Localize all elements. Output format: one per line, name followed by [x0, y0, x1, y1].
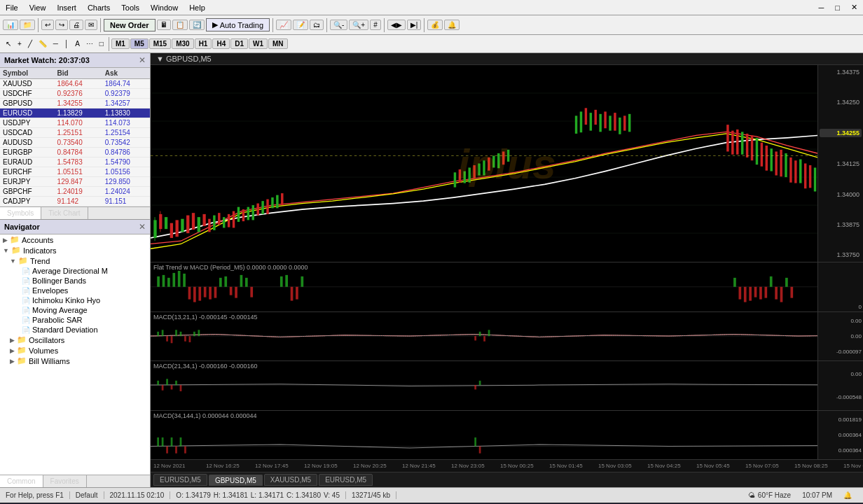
- nav-tab-common[interactable]: Common: [0, 475, 43, 487]
- menu-help[interactable]: Help: [184, 2, 211, 13]
- new-order-btn[interactable]: New Order: [104, 19, 156, 31]
- period-m5[interactable]: M5: [130, 38, 149, 49]
- market-watch-row[interactable]: CADJPY 91.142 91.151: [0, 197, 150, 206]
- menu-tools[interactable]: Tools: [116, 2, 145, 13]
- refresh-btn[interactable]: 🔄: [189, 20, 205, 30]
- chart-tab-2[interactable]: GBPUSD,M5: [209, 475, 263, 486]
- chart-tab-1[interactable]: EURUSD,M5: [153, 474, 207, 486]
- new-chart-btn[interactable]: 📊: [3, 20, 18, 30]
- nav-item-trend[interactable]: ▼📁Trend: [0, 255, 150, 266]
- svg-rect-51: [599, 114, 601, 132]
- nav-item-volumes[interactable]: ▶📁Volumes: [0, 345, 150, 356]
- period-m1[interactable]: M1: [111, 38, 130, 49]
- nav-item-moving-average[interactable]: 📄Moving Average: [0, 305, 150, 315]
- templates-btn[interactable]: 🗂: [310, 20, 324, 30]
- close-btn[interactable]: ✕: [845, 1, 863, 13]
- open-btn[interactable]: 📁: [20, 20, 35, 30]
- price-2: 1.34250: [820, 99, 862, 106]
- tab-symbols[interactable]: Symbols: [0, 207, 41, 219]
- svg-rect-111: [775, 287, 778, 300]
- undo-btn[interactable]: ↩: [41, 20, 54, 30]
- nav-item-bollinger-bands[interactable]: 📄Bollinger Bands: [0, 276, 150, 286]
- market-watch-row[interactable]: EURCHF 1.05151 1.05156: [0, 167, 150, 177]
- chart-tab-4[interactable]: EURUSD,M5: [319, 474, 373, 486]
- chart-end-btn[interactable]: ▶|: [407, 20, 422, 30]
- nav-item-oscillators[interactable]: ▶📁Oscillators: [0, 335, 150, 345]
- nav-tab-favorites[interactable]: Favorites: [43, 475, 87, 487]
- grid-btn[interactable]: #: [370, 20, 381, 30]
- market-watch-row[interactable]: AUDUSD 0.73540 0.73542: [0, 138, 150, 148]
- sub-chart-3-axis: 0.00 -0.000548: [817, 361, 863, 410]
- alerts-btn[interactable]: 🔔: [444, 20, 460, 30]
- svg-rect-144: [166, 379, 168, 385]
- symbol-cell: USDJPY: [0, 118, 55, 128]
- vline-btn[interactable]: │: [62, 38, 71, 49]
- redo-btn[interactable]: ↪: [55, 20, 68, 30]
- svg-rect-26: [247, 207, 249, 220]
- history-btn[interactable]: 📋: [172, 20, 188, 30]
- line-btn[interactable]: ╱: [25, 38, 35, 49]
- menu-view[interactable]: View: [24, 2, 52, 13]
- period-h1[interactable]: H1: [195, 38, 212, 49]
- bid-cell: 0.92376: [55, 89, 102, 99]
- nav-item-ichimoku-kinko-hyo[interactable]: 📄Ichimoku Kinko Hyo: [0, 295, 150, 305]
- nav-item-parabolic-sar[interactable]: 📄Parabolic SAR: [0, 315, 150, 325]
- text-btn[interactable]: A: [72, 38, 83, 49]
- chart-scroll-btn[interactable]: ◀▶: [387, 20, 406, 30]
- market-watch-row[interactable]: EURJPY 129.847 129.850: [0, 177, 150, 187]
- market-watch-close[interactable]: ✕: [139, 55, 146, 65]
- tab-tick-chart[interactable]: Tick Chart: [41, 207, 88, 219]
- nav-item-bill-williams[interactable]: ▶📁Bill Williams: [0, 356, 150, 366]
- svg-rect-39: [478, 164, 480, 176]
- script-btn[interactable]: 📝: [293, 20, 308, 30]
- svg-rect-84: [183, 274, 186, 287]
- navigator-close[interactable]: ✕: [139, 222, 146, 232]
- zoom-in-btn[interactable]: 🔍+: [349, 20, 368, 30]
- nav-item-indicators[interactable]: ▼📁Indicators: [0, 245, 150, 255]
- period-d1[interactable]: D1: [230, 38, 248, 49]
- market-watch-row[interactable]: USDCHF 0.92376 0.92379: [0, 89, 150, 99]
- market-watch-row[interactable]: XAUUSD 1864.64 1864.74: [0, 79, 150, 89]
- hline-btn[interactable]: ─: [50, 38, 61, 49]
- period-m15[interactable]: M15: [149, 38, 171, 49]
- period-mn[interactable]: MN: [268, 38, 288, 49]
- mail-btn[interactable]: ✉: [85, 20, 97, 30]
- svg-rect-112: [780, 287, 783, 302]
- market-watch-row[interactable]: GBPUSD 1.34255 1.34257: [0, 99, 150, 108]
- print-btn[interactable]: 🖨: [69, 20, 83, 30]
- market-watch-row[interactable]: USDCAD 1.25151 1.25154: [0, 128, 150, 138]
- menu-charts[interactable]: Charts: [82, 2, 116, 13]
- minimize-btn[interactable]: ─: [813, 2, 830, 13]
- account-btn[interactable]: 💰: [427, 20, 443, 30]
- market-watch-row[interactable]: EURGBP 0.84784 0.84786: [0, 148, 150, 158]
- market-watch-row[interactable]: EURAUD 1.54783 1.54790: [0, 158, 150, 167]
- fib-btn[interactable]: ⋯: [83, 38, 96, 49]
- menu-insert[interactable]: Insert: [51, 2, 82, 13]
- menu-window[interactable]: Window: [145, 2, 184, 13]
- calc-btn[interactable]: 🖩: [157, 20, 171, 30]
- zoom-out-btn[interactable]: 🔍-: [330, 20, 347, 30]
- autotrading-btn[interactable]: ▶ Auto Trading: [206, 18, 270, 31]
- indicator-btn[interactable]: 📈: [276, 20, 291, 30]
- nav-item-standard-deviation[interactable]: 📄Standard Deviation: [0, 325, 150, 335]
- crosshair-btn[interactable]: +: [15, 38, 25, 49]
- trend-line-btn[interactable]: 📏: [36, 38, 50, 49]
- menu-file[interactable]: File: [0, 2, 24, 13]
- rectangle-btn[interactable]: □: [97, 38, 106, 49]
- nav-item-average-directional-m[interactable]: 📄Average Directional M: [0, 266, 150, 276]
- main-chart-container[interactable]: iplus: [151, 65, 863, 262]
- market-watch-row[interactable]: USDJPY 114.070 114.073: [0, 118, 150, 128]
- period-h4[interactable]: H4: [212, 38, 230, 49]
- market-watch-row[interactable]: GBPCHF 1.24019 1.24024: [0, 187, 150, 197]
- market-watch-header: Market Watch: 20:37:03 ✕: [0, 53, 150, 68]
- market-watch-row[interactable]: EURUSD 1.13829 1.13830: [0, 108, 150, 118]
- nav-item-envelopes[interactable]: 📄Envelopes: [0, 286, 150, 295]
- period-w1[interactable]: W1: [249, 38, 268, 49]
- maximize-btn[interactable]: □: [829, 2, 845, 13]
- svg-rect-143: [162, 385, 164, 391]
- nav-item-accounts[interactable]: ▶📁Accounts: [0, 234, 150, 245]
- price-3: 1.34125: [820, 160, 862, 167]
- cursor-btn[interactable]: ↖: [3, 38, 14, 49]
- chart-tab-3[interactable]: XAUUSD,M5: [264, 474, 317, 486]
- period-m30[interactable]: M30: [172, 38, 193, 49]
